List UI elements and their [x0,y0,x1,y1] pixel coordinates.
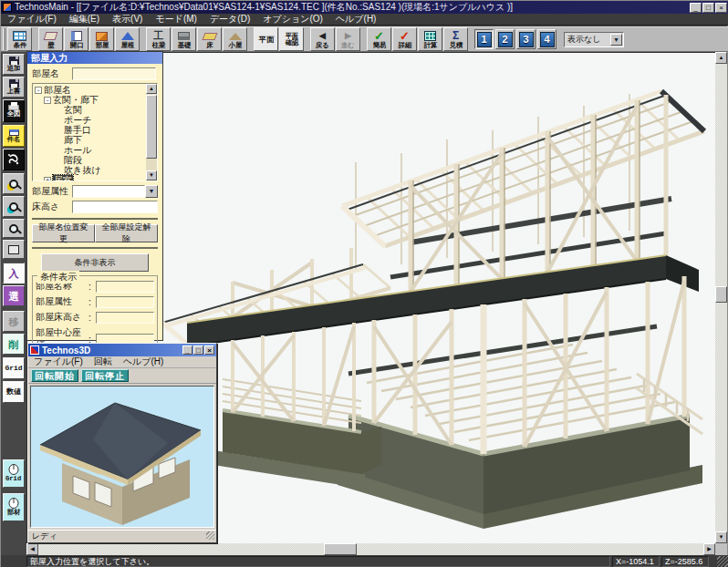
close-button[interactable]: × [204,345,214,355]
display-mode-select[interactable]: 表示なし ▼ [564,32,624,47]
tree-item[interactable]: 階段 [35,155,144,165]
tree-item-selected[interactable]: + 居室 [35,175,144,181]
room-input-dialog: 部屋入力 部屋名 - 部屋名 - 玄関・廊下 玄関 ポーチ 勝手口 廊下 ホール [26,51,163,341]
resize-grip[interactable] [206,531,214,540]
horizontal-scroll-thumb[interactable] [324,543,357,555]
region-select-button[interactable] [3,240,25,259]
move-room-name-button[interactable]: 部屋名位置変更 [32,224,95,242]
view1-button[interactable]: 1 [474,29,494,49]
mode-input-button[interactable]: 入 [3,263,25,284]
menu-file[interactable]: ファイル(F) [1,13,63,26]
floor-height-input[interactable] [72,201,158,213]
scroll-left-icon[interactable]: ◀ [26,543,38,555]
toolbar-foundation-button[interactable]: 基礎 [172,27,196,51]
menu-option[interactable]: オプション(O) [256,13,329,26]
toolbar-calc-button[interactable]: 計算 [418,27,442,51]
rotation-start-button[interactable]: 回転開始 [31,369,78,382]
toolbar-wall-button[interactable]: 壁 [38,27,63,51]
toolbar-shed-button[interactable]: 小屋 [223,27,247,51]
tree-item[interactable]: 玄関 [35,105,144,115]
scroll-right-icon[interactable]: ▶ [703,543,715,555]
tree-expander-icon[interactable]: + [44,177,51,182]
view2-button[interactable]: 2 [495,29,515,49]
menu-view[interactable]: 表示(V) [106,13,149,26]
chevron-down-icon[interactable]: ▼ [145,185,158,198]
toolbar-opening-button[interactable]: 開口 [64,27,88,51]
menu-help[interactable]: ヘルプ(H) [329,13,383,26]
toolbar-condition-button[interactable]: 条件 [7,27,32,51]
room-dialog-title[interactable]: 部屋入力 [27,52,162,64]
t3d-menu-help[interactable]: ヘルプ(H) [118,356,170,368]
close-button[interactable]: × [715,3,727,13]
grid-toggle-button[interactable]: Grid [3,357,25,379]
toolbar-estimate-button[interactable]: Σ 見積 [443,27,468,51]
menu-edit[interactable]: 編集(E) [63,13,106,26]
numeric-toggle-button[interactable]: 数値 [3,381,25,403]
room-attribute-value[interactable] [72,185,145,198]
resize-grip[interactable] [717,556,728,567]
technos3d-title-bar[interactable]: Technos3D _ □ × [28,344,216,356]
tree-item[interactable]: - 部屋名 [35,85,144,95]
maximize-button[interactable]: □ [193,345,203,355]
scroll-up-icon[interactable]: ▲ [146,84,157,94]
toolbar-column-beam-button[interactable]: 工 柱梁 [146,27,171,51]
mode-delete-button[interactable]: 削 [3,334,25,355]
room-icon [96,32,108,41]
tree-expander-icon[interactable]: - [35,87,42,94]
t3d-menu-rotate[interactable]: 回転 [88,356,118,368]
chevron-down-icon[interactable]: ▼ [610,34,622,46]
tree-item[interactable]: 吹き抜け [35,165,144,175]
horizontal-scrollbar[interactable]: ◀ ▶ [26,543,715,555]
save-overwrite-button[interactable]: 上書 [3,77,25,98]
room-name-input[interactable] [72,67,156,80]
maximize-button[interactable]: □ [702,3,714,13]
tree-scrollbar[interactable]: ▲ ▼ [146,84,157,180]
house-preview-3d[interactable] [30,386,214,528]
zoom-out-button[interactable] [3,196,25,217]
parts-tool-button[interactable] [3,149,25,170]
vertical-scroll-thumb[interactable] [715,286,727,303]
hide-conditions-button[interactable]: 条件非表示 [41,253,149,272]
rotation-stop-button[interactable]: 回転停止 [81,369,129,382]
print-all-button[interactable]: 全図 [3,99,25,122]
mouse-grid-button[interactable]: Grid [3,459,25,488]
mouse-parts-button[interactable]: 部材 [3,493,25,521]
toolbar-roof-button[interactable]: 屋根 [115,27,140,51]
tree-item[interactable]: 勝手口 [35,125,144,135]
scroll-down-icon[interactable]: ▼ [715,531,727,543]
tree-item[interactable]: - 玄関・廊下 [35,95,144,105]
toolbar-simple-button[interactable]: ✓ 簡易 [367,27,391,51]
toolbar-floor-button[interactable]: 床 [197,27,222,51]
tree-item[interactable]: 廊下 [35,135,144,145]
toolbar-detail-button[interactable]: ✓ 詳細 [392,27,417,51]
minimize-button[interactable]: _ [182,345,192,355]
tree-scroll-thumb[interactable] [146,95,157,159]
tree-item[interactable]: ポーチ [35,115,144,125]
menu-mode[interactable]: モード(M) [149,13,203,26]
toolbar-plan-confirm-button[interactable]: 平面 確認 [279,27,304,51]
save-add-button[interactable]: 追加 [3,54,25,75]
mode-move-button[interactable]: 移 [3,311,25,332]
clear-all-rooms-button[interactable]: 全部屋設定解除 [95,224,158,242]
title-bar: TechnosMain - [[ファイル名:D:¥Technos¥Data01¥… [1,1,728,14]
toolbar-plan-button[interactable]: 平面 [254,27,278,51]
scroll-up-icon[interactable]: ▲ [715,52,727,64]
subject-button[interactable]: 件名 [3,125,25,147]
toolbar-forward-button[interactable]: ▶ 進む [336,27,360,51]
scroll-down-icon[interactable]: ▼ [146,170,157,180]
tree-expander-icon[interactable]: - [44,97,51,104]
view3-button[interactable]: 3 [516,29,536,49]
tree-item[interactable]: ホール [35,145,144,155]
room-tree[interactable]: - 部屋名 - 玄関・廊下 玄関 ポーチ 勝手口 廊下 ホール 階段 吹き抜け … [32,83,158,181]
minimize-button[interactable]: _ [690,3,702,13]
room-attribute-select[interactable]: ▼ [72,185,158,198]
view4-button[interactable]: 4 [537,29,556,49]
menu-data[interactable]: データ(D) [203,13,256,26]
magnify-button[interactable] [3,219,25,238]
toolbar-room-button[interactable]: 部屋 [89,27,114,51]
zoom-in-button[interactable] [3,173,25,194]
vertical-scrollbar[interactable]: ▲ ▼ [715,52,727,543]
t3d-menu-file[interactable]: ファイル(F) [28,356,88,368]
mode-select-button[interactable]: 選 [3,285,25,306]
toolbar-back-button[interactable]: ◀ 戻る [310,27,335,51]
